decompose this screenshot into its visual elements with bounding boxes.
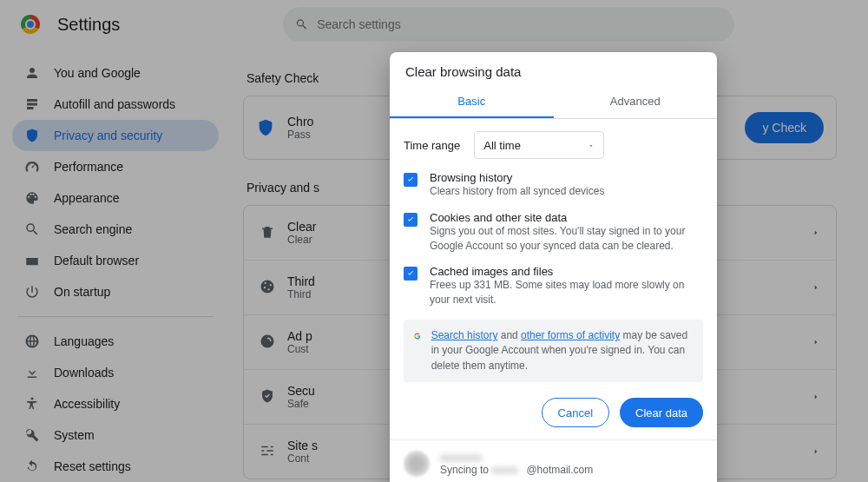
clear-data-button[interactable]: Clear data xyxy=(620,398,703,427)
sync-email: @hotmail.com xyxy=(526,464,593,476)
checkbox-checked-icon[interactable] xyxy=(404,267,418,281)
check-sub: Frees up 331 MB. Some sites may load mor… xyxy=(430,278,703,307)
sync-account-row[interactable]: xxxxxxxx Syncing to xxxxx@hotmail.com xyxy=(390,439,717,482)
link-search-history[interactable]: Search history xyxy=(431,329,498,341)
nav-label: On startup xyxy=(54,285,110,299)
check-browsing-history[interactable]: Browsing history Clears history from all… xyxy=(404,171,703,199)
check-sub: Signs you out of most sites. You'll stay… xyxy=(430,224,703,254)
globe-icon xyxy=(24,333,40,349)
dialog-tabs: Basic Advanced xyxy=(390,86,717,119)
chrome-logo-icon xyxy=(21,15,40,34)
cookie-icon xyxy=(260,279,275,297)
shield-icon xyxy=(24,128,40,143)
nav-languages[interactable]: Languages xyxy=(12,326,219,357)
check-title: Browsing history xyxy=(430,171,604,184)
avatar xyxy=(404,451,430,477)
nav-default-browser[interactable]: Default browser xyxy=(12,245,219,276)
tab-advanced[interactable]: Advanced xyxy=(554,86,718,118)
settings-nav: You and Google Autofill and passwords Pr… xyxy=(0,49,226,482)
search-input[interactable] xyxy=(317,17,722,31)
nav-system[interactable]: System xyxy=(12,419,219,451)
time-range-label: Time range xyxy=(404,139,460,152)
chevron-right-icon xyxy=(812,335,820,349)
palette-icon xyxy=(24,190,40,206)
chevron-right-icon xyxy=(812,390,820,404)
autofill-icon xyxy=(24,96,40,112)
nav-label: System xyxy=(54,428,95,442)
sync-prefix: Syncing to xyxy=(440,464,489,476)
search-icon xyxy=(295,17,308,31)
nav-label: You and Google xyxy=(54,66,141,80)
accessibility-icon xyxy=(24,396,40,412)
nav-you-and-google[interactable]: You and Google xyxy=(12,57,219,89)
time-range-select[interactable]: All time xyxy=(474,131,604,159)
nav-performance[interactable]: Performance xyxy=(12,151,219,182)
wrench-icon xyxy=(24,427,40,443)
person-icon xyxy=(24,65,40,81)
nav-label: Privacy and security xyxy=(54,129,162,142)
chevron-right-icon xyxy=(812,445,820,459)
link-other-activity[interactable]: other forms of activity xyxy=(521,329,620,341)
nav-label: Reset settings xyxy=(54,459,131,473)
chevron-right-icon xyxy=(812,281,820,294)
nav-accessibility[interactable]: Accessibility xyxy=(12,388,219,419)
check-title: Cookies and other site data xyxy=(430,211,703,224)
page-title: Settings xyxy=(57,15,266,35)
time-range-value: All time xyxy=(483,139,521,152)
ads-icon xyxy=(260,333,275,352)
tab-basic[interactable]: Basic xyxy=(390,86,554,118)
reset-icon xyxy=(24,459,40,474)
trash-icon xyxy=(260,224,275,242)
checkbox-checked-icon[interactable] xyxy=(404,213,418,227)
check-cache[interactable]: Cached images and files Frees up 331 MB.… xyxy=(404,265,703,307)
nav-label: Appearance xyxy=(54,191,120,205)
shield-icon xyxy=(256,118,275,137)
shield-check-icon xyxy=(260,388,275,406)
download-icon xyxy=(24,365,40,380)
nav-label: Search engine xyxy=(54,222,132,236)
google-activity-info: Search history and other forms of activi… xyxy=(404,320,703,382)
nav-downloads[interactable]: Downloads xyxy=(12,357,219,388)
checkbox-checked-icon[interactable] xyxy=(404,173,418,187)
nav-label: Downloads xyxy=(54,366,114,380)
nav-divider xyxy=(17,316,214,317)
nav-autofill[interactable]: Autofill and passwords xyxy=(12,89,219,120)
speedometer-icon xyxy=(24,159,40,175)
caret-down-icon xyxy=(588,139,595,152)
google-g-icon xyxy=(414,328,421,344)
clear-browsing-data-dialog: Clear browsing data Basic Advanced Time … xyxy=(390,52,717,482)
search-input-container[interactable] xyxy=(283,7,734,42)
search-icon xyxy=(24,221,40,237)
nav-on-startup[interactable]: On startup xyxy=(12,276,219,307)
nav-label: Accessibility xyxy=(54,397,120,411)
nav-privacy-security[interactable]: Privacy and security xyxy=(12,120,219,151)
browser-icon xyxy=(24,253,40,268)
nav-reset[interactable]: Reset settings xyxy=(12,451,219,482)
nav-label: Default browser xyxy=(54,254,139,267)
check-title: Cached images and files xyxy=(430,265,703,278)
check-sub: Clears history from all synced devices xyxy=(430,184,604,199)
dialog-title: Clear browsing data xyxy=(390,52,717,86)
nav-search-engine[interactable]: Search engine xyxy=(12,214,219,245)
power-icon xyxy=(24,284,40,300)
nav-label: Languages xyxy=(54,334,114,348)
nav-appearance[interactable]: Appearance xyxy=(12,182,219,214)
nav-label: Performance xyxy=(54,160,123,174)
check-cookies[interactable]: Cookies and other site data Signs you ou… xyxy=(404,211,703,254)
tune-icon xyxy=(260,443,275,461)
cancel-button[interactable]: Cancel xyxy=(542,398,609,427)
chevron-right-icon xyxy=(812,226,820,240)
nav-label: Autofill and passwords xyxy=(54,97,175,111)
safety-check-button[interactable]: y Check xyxy=(745,112,824,143)
